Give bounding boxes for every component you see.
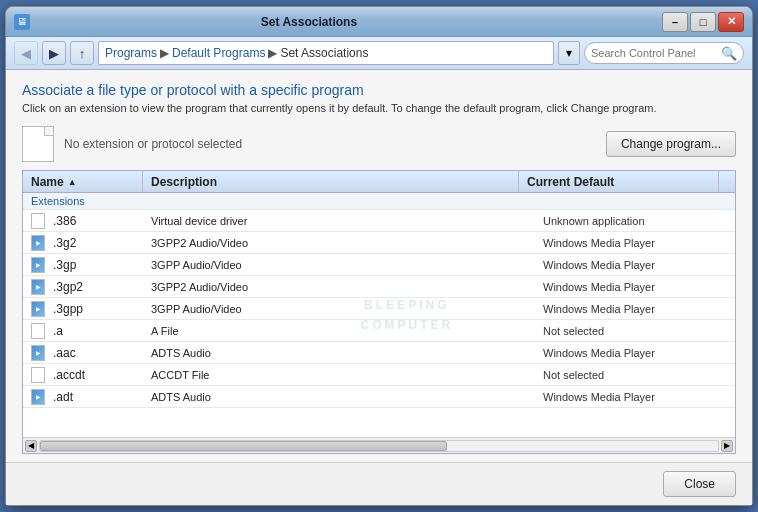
cell-description: 3GPP2 Audio/Video xyxy=(143,276,535,297)
breadcrumb-dropdown[interactable]: ▾ xyxy=(558,41,580,65)
main-window: 🖥 Set Associations – □ ✕ ◀ ▶ ↑ Programs … xyxy=(5,6,753,506)
cell-name: .3gp2 xyxy=(23,276,143,297)
cell-name: .accdt xyxy=(23,364,143,385)
cell-description: ACCDT File xyxy=(143,364,535,385)
table-body: Extensions .386 Virtual device driver Un… xyxy=(23,193,735,437)
table-wrapper: BLEEPING COMPUTER Extensions .386 Vir xyxy=(23,193,735,437)
sort-arrow: ▲ xyxy=(68,177,77,187)
table-row[interactable]: .aac ADTS Audio Windows Media Player xyxy=(23,342,735,364)
minimize-button[interactable]: – xyxy=(662,12,688,32)
col-description[interactable]: Description xyxy=(143,171,519,192)
table-row[interactable]: .3gp 3GPP Audio/Video Windows Media Play… xyxy=(23,254,735,276)
cell-default: Windows Media Player xyxy=(535,386,735,407)
cell-description: 3GPP Audio/Video xyxy=(143,298,535,319)
up-button[interactable]: ↑ xyxy=(70,41,94,65)
table-row[interactable]: .386 Virtual device driver Unknown appli… xyxy=(23,210,735,232)
cell-name: .386 xyxy=(23,210,143,231)
cell-description: A File xyxy=(143,320,535,341)
extensions-group-header: Extensions xyxy=(23,193,735,209)
maximize-button[interactable]: □ xyxy=(690,12,716,32)
search-input[interactable] xyxy=(591,47,721,59)
search-icon[interactable]: 🔍 xyxy=(721,46,737,61)
footer-area: Close xyxy=(6,462,752,505)
table-row[interactable]: .a A File Not selected xyxy=(23,320,735,342)
cell-default: Windows Media Player xyxy=(535,254,735,275)
sub-heading: Click on an extension to view the progra… xyxy=(22,102,736,114)
table-row[interactable]: .3g2 3GPP2 Audio/Video Windows Media Pla… xyxy=(23,232,735,254)
cell-name: .a xyxy=(23,320,143,341)
col-scroll-placeholder xyxy=(719,171,735,192)
cell-name: .3gpp xyxy=(23,298,143,319)
cell-default: Windows Media Player xyxy=(535,276,735,297)
back-button[interactable]: ◀ xyxy=(14,41,38,65)
cell-default: Windows Media Player xyxy=(535,298,735,319)
cell-description: ADTS Audio xyxy=(143,342,535,363)
search-box: 🔍 xyxy=(584,42,744,64)
cell-name: .adt xyxy=(23,386,143,407)
cell-description: Virtual device driver xyxy=(143,210,535,231)
main-heading: Associate a file type or protocol with a… xyxy=(22,82,736,98)
h-scroll-track xyxy=(39,440,719,452)
table-row[interactable]: .adt ADTS Audio Windows Media Player xyxy=(23,386,735,408)
file-type-icon xyxy=(31,345,45,361)
breadcrumb-default-programs[interactable]: Default Programs xyxy=(172,46,265,60)
change-program-button[interactable]: Change program... xyxy=(606,131,736,157)
title-bar: 🖥 Set Associations – □ ✕ xyxy=(6,7,752,37)
scroll-right-btn[interactable]: ▶ xyxy=(721,440,733,452)
breadcrumb-sep-1: ▶ xyxy=(160,46,169,60)
cell-default: Windows Media Player xyxy=(535,342,735,363)
file-type-icon xyxy=(31,279,45,295)
cell-default: Not selected xyxy=(535,364,735,385)
file-type-icon xyxy=(31,301,45,317)
file-type-icon xyxy=(31,257,45,273)
no-selection-text: No extension or protocol selected xyxy=(64,137,596,151)
file-icon xyxy=(22,126,54,162)
breadcrumb-current: Set Associations xyxy=(280,46,368,60)
table-row[interactable]: .accdt ACCDT File Not selected xyxy=(23,364,735,386)
file-type-icon xyxy=(31,367,45,383)
breadcrumb-bar: Programs ▶ Default Programs ▶ Set Associ… xyxy=(98,41,554,65)
cell-default: Not selected xyxy=(535,320,735,341)
table-row[interactable]: .3gpp 3GPP Audio/Video Windows Media Pla… xyxy=(23,298,735,320)
col-current-default[interactable]: Current Default xyxy=(519,171,719,192)
cell-default: Windows Media Player xyxy=(535,232,735,253)
forward-button[interactable]: ▶ xyxy=(42,41,66,65)
file-type-icon xyxy=(31,389,45,405)
close-button[interactable]: Close xyxy=(663,471,736,497)
breadcrumb-sep-2: ▶ xyxy=(268,46,277,60)
cell-name: .3g2 xyxy=(23,232,143,253)
file-type-icon xyxy=(31,235,45,251)
selection-row: No extension or protocol selected Change… xyxy=(22,126,736,162)
cell-name: .aac xyxy=(23,342,143,363)
file-type-icon xyxy=(31,323,45,339)
col-name[interactable]: Name ▲ xyxy=(23,171,143,192)
cell-name: .3gp xyxy=(23,254,143,275)
scroll-left-btn[interactable]: ◀ xyxy=(25,440,37,452)
breadcrumb-programs[interactable]: Programs xyxy=(105,46,157,60)
cell-default: Unknown application xyxy=(535,210,735,231)
content-area: Associate a file type or protocol with a… xyxy=(6,70,752,462)
window-title: Set Associations xyxy=(36,15,582,29)
nav-bar: ◀ ▶ ↑ Programs ▶ Default Programs ▶ Set … xyxy=(6,37,752,70)
header-section: Associate a file type or protocol with a… xyxy=(22,82,736,114)
group-header-row: Extensions xyxy=(23,193,735,210)
title-bar-buttons: – □ ✕ xyxy=(662,12,744,32)
cell-description: 3GPP Audio/Video xyxy=(143,254,535,275)
cell-description: ADTS Audio xyxy=(143,386,535,407)
file-table: Name ▲ Description Current Default BLEEP… xyxy=(22,170,736,454)
h-scroll-thumb[interactable] xyxy=(40,441,447,451)
table-row[interactable]: .3gp2 3GPP2 Audio/Video Windows Media Pl… xyxy=(23,276,735,298)
cell-description: 3GPP2 Audio/Video xyxy=(143,232,535,253)
table-header: Name ▲ Description Current Default xyxy=(23,171,735,193)
window-icon: 🖥 xyxy=(14,14,30,30)
file-type-icon xyxy=(31,213,45,229)
horizontal-scrollbar[interactable]: ◀ ▶ xyxy=(23,437,735,453)
close-window-button[interactable]: ✕ xyxy=(718,12,744,32)
